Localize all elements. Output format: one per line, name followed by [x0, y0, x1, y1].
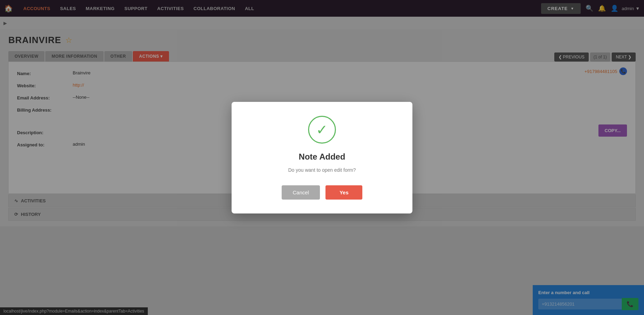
modal-yes-button[interactable]: Yes [325, 185, 362, 200]
modal-buttons: Cancel Yes [249, 185, 395, 200]
modal-cancel-button[interactable]: Cancel [282, 185, 320, 200]
modal-title: Note Added [249, 152, 395, 162]
modal-success-circle: ✓ [308, 116, 336, 144]
modal-overlay: ✓ Note Added Do you want to open edit fo… [0, 0, 644, 315]
modal-dialog: ✓ Note Added Do you want to open edit fo… [232, 102, 412, 213]
modal-check-icon: ✓ [316, 123, 328, 137]
modal-subtitle: Do you want to open edit form? [249, 167, 395, 173]
